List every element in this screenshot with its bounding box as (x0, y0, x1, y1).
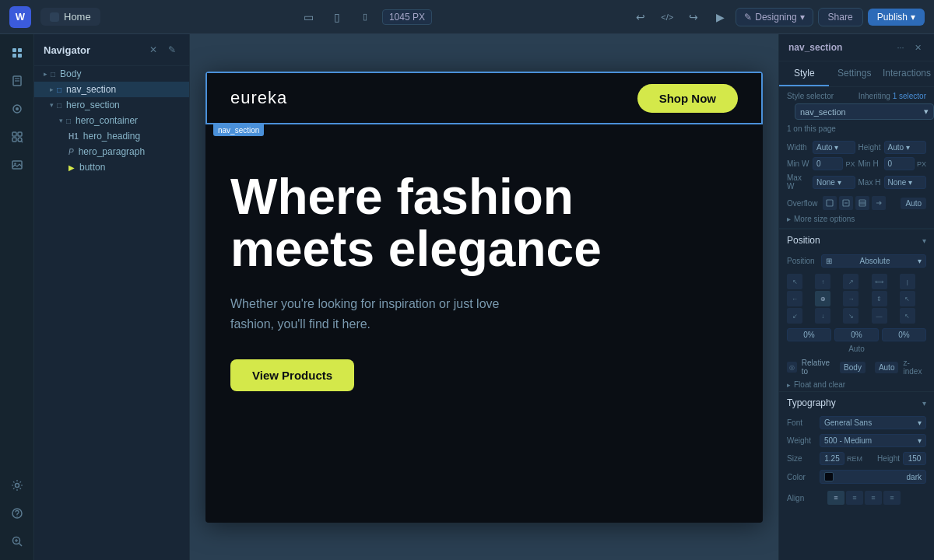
share-button[interactable]: Share (818, 8, 863, 26)
position-auto[interactable]: Auto (875, 362, 899, 373)
min-w-item: Min W 0 PX (787, 157, 855, 170)
tree-item-hero-heading[interactable]: H1 hero_heading (34, 128, 189, 144)
overflow-hidden-icon[interactable] (839, 196, 853, 210)
home-tab[interactable]: Home (40, 8, 100, 26)
phone-icon[interactable]: ▯ (354, 6, 376, 28)
max-h-input[interactable]: None ▾ (884, 176, 927, 189)
min-h-input[interactable]: 0 (884, 157, 915, 170)
edit-nav-icon[interactable]: ✎ (164, 42, 180, 58)
position-section-header[interactable]: Position ▾ (779, 229, 934, 251)
tab-settings[interactable]: Settings (829, 61, 879, 86)
tab-style[interactable]: Style (779, 61, 829, 86)
logo-letter: W (16, 11, 25, 23)
pos-chevron: ▾ (918, 257, 922, 265)
redo-icon[interactable]: ↪ (683, 6, 704, 28)
color-value: dark (907, 473, 922, 481)
view-products-button[interactable]: View Products (230, 359, 354, 391)
min-h-item: Min H 0 PX (859, 157, 927, 170)
pos-bc[interactable]: ↓ (815, 308, 830, 324)
pos-extra1[interactable]: — (872, 308, 887, 324)
publish-button[interactable]: Publish ▾ (868, 9, 925, 26)
weight-input[interactable]: 500 - Medium ▾ (820, 434, 926, 447)
overflow-value[interactable]: Auto (901, 198, 926, 209)
float-clear-row[interactable]: ▸ Float and clear (779, 378, 934, 391)
pos-stretch-h[interactable]: ⟺ (872, 274, 887, 289)
pos-pin-r[interactable]: | (900, 274, 915, 289)
navigator-icon[interactable] (5, 40, 30, 65)
pos-extra2[interactable]: ↖ (900, 308, 915, 324)
pos-br[interactable]: ↘ (843, 308, 859, 324)
pos-tl[interactable]: ↖ (787, 274, 802, 289)
shop-now-button[interactable]: Shop Now (637, 84, 738, 113)
pos-stretch-v[interactable]: ⇕ (872, 291, 887, 306)
min-w-input[interactable]: 0 (813, 157, 843, 170)
images-icon[interactable] (5, 152, 30, 177)
pos-left-val[interactable]: 0% (787, 328, 831, 341)
navigator-header-icons: ✕ ✎ (146, 42, 180, 58)
overflow-visible-icon[interactable] (823, 196, 837, 210)
more-size-options[interactable]: ▸ More size options (779, 212, 934, 228)
undo-icon[interactable]: ↩ (630, 6, 651, 28)
assets-icon[interactable] (5, 124, 30, 149)
code-icon[interactable]: </> (656, 6, 678, 28)
pages-icon[interactable] (5, 68, 30, 93)
components-icon[interactable] (5, 96, 30, 121)
pos-ml[interactable]: ← (787, 291, 802, 306)
weight-chevron: ▾ (918, 436, 922, 445)
pos-tr[interactable]: ↗ (843, 274, 859, 289)
play-icon[interactable]: ▶ (709, 6, 731, 28)
relative-to-body[interactable]: Body (840, 362, 866, 373)
line-height-input[interactable]: 150 (903, 452, 926, 465)
font-label: Font (787, 418, 816, 427)
tablet-icon[interactable]: ▯ (326, 6, 348, 28)
pos-bl[interactable]: ↙ (787, 308, 802, 324)
tree-item-hero-section[interactable]: ▾ □ hero_section (34, 97, 189, 113)
tree-item-body[interactable]: ▸ □ Body (34, 66, 189, 82)
overflow-auto-icon[interactable] (872, 196, 886, 210)
pos-center[interactable]: ⊕ (815, 291, 830, 306)
font-input[interactable]: General Sans ▾ (820, 416, 926, 429)
pos-mr[interactable]: → (843, 291, 859, 306)
desktop-icon[interactable]: ▭ (298, 6, 320, 28)
nav-chevron-icon: ▸ (50, 86, 54, 93)
max-w-label: Max W (787, 173, 810, 191)
align-left-button[interactable]: ≡ (827, 491, 844, 505)
designing-button[interactable]: ✎ Designing ▾ (736, 8, 813, 26)
tree-item-hero-paragraph[interactable]: P hero_paragraph (34, 144, 189, 159)
close-panel-icon[interactable]: ✕ (911, 40, 925, 54)
tree-item-hero-container[interactable]: ▾ □ hero_container (34, 113, 189, 128)
max-w-input[interactable]: None ▾ (813, 176, 855, 189)
align-center-button[interactable]: ≡ (846, 491, 863, 505)
close-nav-icon[interactable]: ✕ (146, 42, 161, 58)
style-selector-dropdown[interactable]: nav_section ▾ (795, 103, 934, 120)
pos-top-val[interactable]: 0% (834, 328, 879, 341)
min-w-unit: PX (845, 160, 855, 168)
size-num-input[interactable]: 1.25 (820, 452, 844, 465)
pos-right-val[interactable]: 0% (882, 328, 926, 341)
tree-item-button[interactable]: ▶ button (34, 159, 189, 175)
overflow-scroll-icon[interactable] (855, 196, 869, 210)
color-input[interactable]: dark (820, 470, 926, 484)
help-icon[interactable] (5, 501, 30, 526)
more-icon[interactable]: ··· (894, 40, 908, 54)
chevron-right-icon: ▸ (787, 215, 791, 223)
tree-item-nav-section[interactable]: ▸ □ nav_section (34, 82, 189, 97)
pos-tc[interactable]: ↑ (815, 274, 830, 289)
position-content: Position ⊞ Absolute ▾ ↖ ↑ ↗ ⟺ | ← ⊕ → ⇕ … (779, 251, 934, 391)
size-label: Size (787, 454, 816, 463)
pos-cursor[interactable]: ↖ (900, 291, 915, 306)
canvas-size-badge[interactable]: 1045 PX (382, 9, 432, 25)
tab-interactions[interactable]: Interactions (880, 61, 934, 86)
zoom-icon[interactable] (5, 529, 30, 554)
align-justify-button[interactable]: ≡ (883, 491, 901, 505)
typography-section-header[interactable]: Typography ▾ (779, 391, 934, 414)
position-title: Position (787, 235, 820, 246)
typography-chevron: ▾ (922, 399, 926, 408)
align-right-button[interactable]: ≡ (865, 491, 882, 505)
position-type-input[interactable]: ⊞ Absolute ▾ (821, 254, 926, 268)
position-type-value: Absolute (860, 257, 890, 265)
settings-icon[interactable] (5, 473, 30, 498)
selector-chevron: ▾ (924, 107, 929, 117)
height-input[interactable]: Auto ▾ (884, 141, 927, 154)
width-input[interactable]: Auto ▾ (813, 141, 855, 154)
